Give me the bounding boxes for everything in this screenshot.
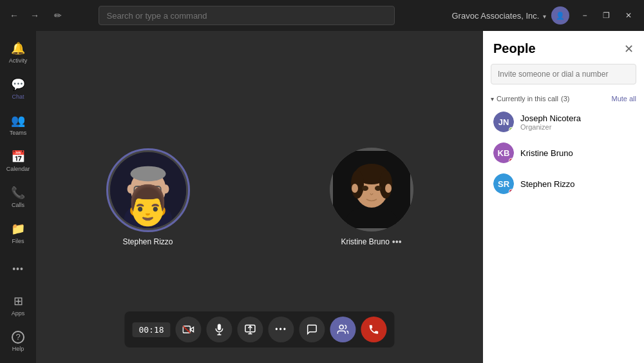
user-avatar[interactable]: 👤 (551, 6, 569, 25)
org-chevron-icon: ▾ (543, 13, 546, 20)
video-area: Stephen Rizzo (36, 31, 483, 363)
in-call-section-label: ▾ Currently in this call (3) (491, 95, 569, 103)
invite-input[interactable] (491, 64, 636, 84)
nav-buttons: ← → (5, 6, 44, 25)
svg-point-20 (352, 184, 358, 193)
kristine-status-dot (509, 158, 514, 163)
participant-row-kristine: KB Kristine Bruno (491, 139, 636, 167)
more-options-button[interactable]: ••• (269, 317, 294, 342)
sidebar-item-help-label: Help (12, 346, 24, 352)
svg-point-16 (351, 170, 364, 199)
kristine-more-button[interactable]: ••• (392, 237, 402, 247)
svg-line-24 (183, 326, 190, 333)
svg-point-11 (162, 184, 169, 193)
sidebar-item-files-label: Files (12, 238, 24, 244)
sidebar-item-files[interactable]: 📁 Files (3, 216, 33, 250)
compose-button[interactable]: ✏ (49, 6, 67, 25)
sidebar-item-calendar[interactable]: 📅 Calendar (3, 144, 33, 178)
sidebar-item-activity[interactable]: 🔔 Activity (3, 36, 33, 70)
svg-point-19 (375, 186, 381, 191)
org-name[interactable]: Gravoc Associates, Inc. ▾ (452, 11, 546, 21)
kristine-avatar-inner (330, 148, 413, 231)
mic-button[interactable] (207, 317, 232, 342)
sidebar-item-activity-label: Activity (9, 57, 28, 64)
joseph-name: Joseph Nicotera (520, 113, 634, 123)
main-layout: 🔔 Activity 💬 Chat 👥 Teams 📅 Calendar 📞 C… (0, 31, 644, 363)
sidebar-item-more[interactable]: ••• (3, 252, 33, 286)
restore-button[interactable]: ❐ (596, 6, 617, 25)
close-button[interactable]: ✕ (618, 6, 639, 25)
calls-icon: 📞 (11, 186, 25, 200)
title-bar-right: Gravoc Associates, Inc. ▾ 👤 − ❐ ✕ (452, 6, 639, 25)
joseph-avatar: JN (493, 112, 514, 132)
people-panel-close-button[interactable]: ✕ (624, 42, 634, 56)
svg-rect-0 (110, 152, 186, 228)
participant-row-joseph: JN Joseph Nicotera Organizer (491, 108, 636, 136)
joseph-status-dot (509, 127, 514, 132)
sidebar-item-teams[interactable]: 👥 Teams (3, 108, 33, 142)
sidebar-item-chat-label: Chat (12, 93, 24, 100)
stephen-tile-label: Stephen Rizzo (122, 237, 173, 246)
kristine-name: Kristine Bruno (341, 237, 389, 246)
minimize-button[interactable]: − (574, 6, 595, 25)
svg-point-10 (127, 184, 133, 193)
in-call-section-header: ▾ Currently in this call (3) Mute all (483, 92, 644, 108)
svg-rect-4 (134, 186, 146, 193)
svg-point-21 (385, 184, 392, 193)
sidebar-item-chat[interactable]: 💬 Chat (3, 72, 33, 106)
stephen-panel-avatar: SR (493, 173, 514, 194)
people-panel-title: People (493, 41, 536, 56)
stephen-avatar-inner (110, 152, 186, 228)
sidebar-item-help[interactable]: ? Help (3, 324, 33, 358)
back-button[interactable]: ← (5, 6, 23, 25)
calendar-icon: 📅 (11, 150, 25, 164)
sidebar-item-calls-label: Calls (12, 202, 24, 208)
svg-marker-22 (191, 327, 194, 332)
svg-point-2 (137, 206, 159, 225)
kristine-panel-name: Kristine Bruno (520, 148, 634, 158)
stephen-panel-name: Stephen Rizzo (520, 179, 634, 189)
joseph-role: Organizer (520, 123, 634, 131)
sidebar-item-teams-label: Teams (10, 130, 27, 136)
files-icon: 📁 (11, 222, 25, 236)
search-input[interactable] (99, 6, 395, 25)
section-chevron-icon: ▾ (491, 95, 494, 103)
participant-tile-stephen: Stephen Rizzo (106, 148, 190, 246)
svg-point-7 (137, 187, 143, 192)
forward-button[interactable]: → (26, 6, 44, 25)
svg-point-8 (151, 187, 158, 192)
people-invite-section (491, 64, 636, 84)
svg-point-32 (339, 325, 343, 329)
joseph-info: Joseph Nicotera Organizer (520, 113, 634, 131)
people-button[interactable] (330, 317, 356, 342)
window-controls: − ❐ ✕ (574, 6, 639, 25)
stephen-status-dot (509, 189, 514, 194)
title-bar: ← → ✏ Gravoc Associates, Inc. ▾ 👤 − ❐ ✕ (0, 0, 644, 31)
sidebar-item-apps[interactable]: ⊞ Apps (3, 288, 33, 322)
participant-list: JN Joseph Nicotera Organizer KB Kristine… (483, 108, 644, 198)
teams-icon: 👥 (11, 113, 25, 128)
call-timer: 00:18 (132, 322, 170, 337)
sidebar-item-calendar-label: Calendar (6, 166, 30, 172)
svg-rect-5 (149, 186, 160, 193)
end-call-button[interactable] (361, 317, 387, 342)
camera-button[interactable] (176, 317, 202, 342)
people-panel-header: People ✕ (483, 31, 644, 61)
svg-rect-25 (218, 324, 221, 330)
svg-point-9 (130, 166, 166, 181)
stephen-info: Stephen Rizzo (520, 179, 634, 189)
mute-all-button[interactable]: Mute all (611, 95, 636, 103)
stephen-avatar (106, 148, 190, 232)
call-controls: 00:18 (124, 311, 394, 348)
search-bar (99, 6, 395, 25)
svg-point-1 (124, 202, 172, 228)
chat-button[interactable] (299, 317, 325, 342)
kristine-tile-label: Kristine Bruno ••• (341, 237, 401, 247)
activity-icon: 🔔 (11, 41, 25, 55)
participant-tile-kristine: Kristine Bruno ••• (330, 148, 413, 247)
kristine-panel-avatar: KB (493, 142, 514, 163)
sidebar-item-calls[interactable]: 📞 Calls (3, 181, 33, 214)
share-button[interactable] (238, 317, 263, 342)
more-icon: ••• (12, 264, 24, 274)
apps-icon: ⊞ (14, 294, 23, 308)
